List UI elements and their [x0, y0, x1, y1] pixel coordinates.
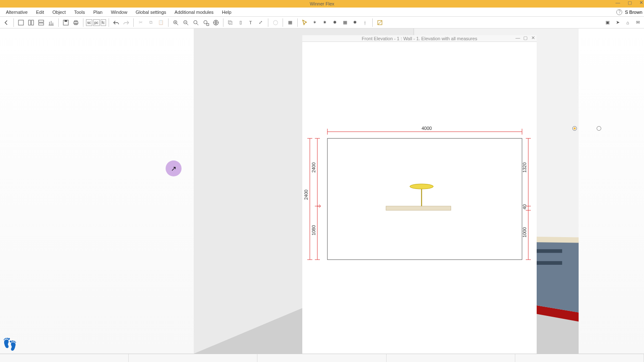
zoom-fit-icon[interactable]	[191, 18, 200, 27]
svg-text:1000: 1000	[522, 227, 527, 237]
redo-icon[interactable]	[122, 18, 131, 27]
camera-icon[interactable]: ▣	[603, 18, 612, 27]
svg-text:4000: 4000	[421, 126, 431, 131]
mail-icon[interactable]: ✉	[633, 18, 642, 27]
svg-rect-2	[31, 20, 34, 25]
calc-icon[interactable]: ▦	[286, 18, 295, 27]
zoom-in-icon[interactable]	[171, 18, 180, 27]
circle-icon[interactable]: ◯	[271, 18, 280, 27]
svg-rect-6	[65, 20, 67, 22]
paste-icon[interactable]: 📋	[156, 18, 166, 27]
doc-icon[interactable]: ▯	[236, 18, 245, 27]
placement-right-radio[interactable]	[572, 126, 577, 131]
layout-4-icon[interactable]	[47, 18, 56, 27]
door-icon[interactable]	[375, 18, 384, 27]
layout-3-icon[interactable]	[36, 18, 46, 27]
fc-button[interactable]: fc	[101, 19, 106, 26]
doc-copy-icon[interactable]: ⿻	[226, 18, 235, 27]
back-icon[interactable]	[2, 18, 11, 27]
footprints-icon: 👣	[3, 337, 17, 351]
sc-button[interactable]: sc	[86, 19, 92, 26]
undo-icon[interactable]	[112, 18, 121, 27]
svg-point-12	[194, 21, 197, 24]
status-bar	[0, 354, 644, 362]
elev-close-icon[interactable]: ✕	[530, 35, 536, 41]
elevation-view[interactable]: 4000 2400 2400 1080	[302, 42, 537, 354]
layout-1-icon[interactable]	[16, 18, 26, 27]
layout-2-icon[interactable]	[26, 18, 36, 27]
svg-rect-14	[207, 23, 209, 26]
placement-left-radio[interactable]	[597, 126, 601, 131]
menu-global-settings[interactable]: Global settings	[132, 8, 171, 16]
close-icon[interactable]: ✕	[639, 0, 643, 5]
menu-plan[interactable]: Plan	[89, 8, 106, 16]
send-icon[interactable]: ➤	[613, 18, 622, 27]
menu-tools[interactable]: Tools	[70, 8, 89, 16]
menu-edit[interactable]: Edit	[32, 8, 48, 16]
svg-point-88	[410, 184, 434, 189]
zoom-out-icon[interactable]	[181, 18, 190, 27]
maximize-icon[interactable]: ▢	[628, 0, 632, 5]
svg-text:40: 40	[522, 204, 527, 209]
cursor-indicator	[166, 160, 182, 176]
select-icon[interactable]	[300, 18, 309, 27]
elev-min-icon[interactable]: —	[515, 35, 521, 41]
menu-bar: Alternative Edit Object Tools Plan Windo…	[0, 8, 644, 17]
pc-button[interactable]: pc	[93, 19, 100, 26]
svg-rect-8	[75, 21, 77, 22]
snap-2-icon[interactable]: ✷	[320, 18, 330, 27]
svg-rect-85	[327, 138, 522, 259]
snap-3-icon[interactable]: ✸	[330, 18, 340, 27]
snap-1-icon[interactable]: ✶	[310, 18, 319, 27]
cut-icon[interactable]: ✂	[136, 18, 145, 27]
zoom-region-icon[interactable]	[201, 18, 210, 27]
minimize-icon[interactable]: —	[615, 0, 620, 5]
grid-icon[interactable]: ▦	[340, 18, 350, 27]
elev-max-icon[interactable]: ▢	[522, 35, 528, 41]
app-title: Winner Flex	[310, 1, 335, 6]
print-icon[interactable]	[71, 18, 80, 27]
text-icon[interactable]: T	[246, 18, 255, 27]
menu-alternative[interactable]: Alternative	[2, 8, 32, 16]
help-icon[interactable]: ?	[616, 9, 622, 15]
view-title-elevation: Front Elevation - 1 : Wall - 1. Elevatio…	[362, 36, 477, 41]
user-name: S Brown	[625, 10, 642, 15]
dimension-icon[interactable]: ⤢	[256, 18, 265, 27]
menu-object[interactable]: Object	[48, 8, 70, 16]
svg-text:1080: 1080	[311, 225, 316, 235]
svg-text:1320: 1320	[522, 163, 527, 173]
svg-rect-0	[18, 20, 23, 25]
svg-rect-1	[29, 20, 31, 25]
snap-4-icon[interactable]: ✹	[351, 18, 360, 27]
tag-icon[interactable]: ⌂	[623, 18, 632, 27]
save-icon[interactable]	[61, 18, 70, 27]
svg-rect-86	[386, 206, 451, 210]
title-bar: Winner Flex — ▢ ✕	[0, 0, 644, 8]
menu-help[interactable]: Help	[218, 8, 236, 16]
menu-window[interactable]: Window	[106, 8, 131, 16]
globe-icon[interactable]	[211, 18, 221, 27]
svg-text:2400: 2400	[304, 190, 309, 200]
ruler-icon[interactable]: ⟊	[361, 18, 370, 27]
svg-rect-4	[39, 23, 44, 25]
toolbar: sc pc fc ✂ ⧉ 📋 ⿻ ▯ T ⤢ ◯ ▦ ✶ ✷ ✸ ▦ ✹ ⟊ ▣…	[0, 17, 644, 28]
svg-rect-3	[39, 20, 44, 22]
svg-text:2400: 2400	[311, 163, 316, 173]
view-header-elevation: Front Elevation - 1 : Wall - 1. Elevatio…	[302, 35, 537, 42]
menu-additional-modules[interactable]: Additional modules	[170, 8, 218, 16]
copy-icon[interactable]: ⧉	[146, 18, 156, 27]
